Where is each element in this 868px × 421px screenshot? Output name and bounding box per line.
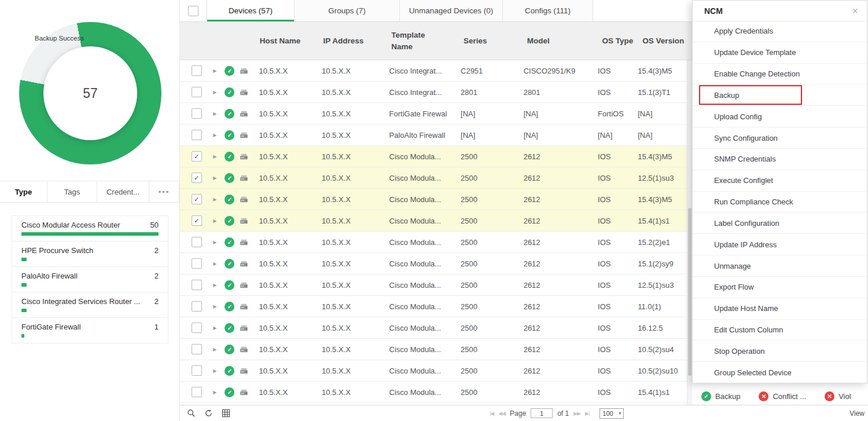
expand-arrow-icon[interactable]: ▶ [213,197,216,202]
row-checkbox[interactable] [192,130,202,140]
row-checkbox[interactable]: ✓ [192,173,202,183]
expand-arrow-icon[interactable]: ▶ [213,368,216,374]
type-list-item[interactable]: PaloAlto Firewall 2 [12,267,168,292]
expand-arrow-icon[interactable]: ▶ [213,304,216,309]
menu-item-label-configuration[interactable]: Label Configuration [693,213,867,234]
table-row[interactable]: ▶ ✓ 10.5.X.X 10.5.X.X Cisco Modula... 25… [180,360,687,382]
cell-host-name[interactable]: 10.5.X.X [251,281,314,290]
menu-item-upload-config[interactable]: Upload Config [693,106,867,127]
tab-configs-111[interactable]: Configs (111) [503,0,593,21]
menu-item-snmp-credentials[interactable]: SNMP Credentials [693,149,867,170]
expand-arrow-icon[interactable]: ▶ [213,90,216,95]
cell-host-name[interactable]: 10.5.X.X [251,345,314,354]
cell-host-name[interactable]: 10.5.X.X [251,238,314,247]
table-row[interactable]: ▶ ✓ 10.5.X.X 10.5.X.X PaloAlto Firewall … [180,125,687,146]
next-page-button[interactable]: ▶▶ [573,411,580,416]
table-row[interactable]: ▶ ✓ 10.5.X.X 10.5.X.X Cisco Modula... 25… [180,274,687,296]
table-row[interactable]: ▶ ✓ 10.5.X.X 10.5.X.X FortiGate Firewal … [180,103,687,125]
expand-arrow-icon[interactable]: ▶ [213,240,216,245]
row-checkbox[interactable] [192,258,202,269]
refresh-icon[interactable] [204,409,213,418]
cell-host-name[interactable]: 10.5.X.X [251,67,314,75]
cell-host-name[interactable]: 10.5.X.X [251,324,314,332]
cell-host-name[interactable]: 10.5.X.X [251,109,314,118]
row-checkbox[interactable] [192,280,202,290]
menu-item-update-ip-address[interactable]: Update IP Address [693,234,867,255]
cell-host-name[interactable]: 10.5.X.X [251,302,314,311]
menu-item-enable-change-detection[interactable]: Enable Change Detection [693,64,867,85]
tab-groups-7[interactable]: Groups (7) [295,0,400,21]
expand-arrow-icon[interactable]: ▶ [213,390,216,395]
menu-item-export-flow[interactable]: Export Flow [693,277,867,298]
expand-arrow-icon[interactable]: ▶ [213,261,216,266]
type-list-item[interactable]: FortiGate Firewall 1 [12,318,168,343]
page-number-input[interactable] [531,408,553,418]
left-tab-tags[interactable]: Tags [47,181,97,202]
row-checkbox[interactable] [192,87,202,97]
left-tab-more[interactable]: ••• [149,181,179,202]
row-checkbox[interactable]: ✓ [192,194,202,204]
type-list-item[interactable]: HPE Procurve Switch 2 [12,241,168,267]
expand-arrow-icon[interactable]: ▶ [213,218,216,224]
last-page-button[interactable]: ▶| [585,411,589,416]
expand-arrow-icon[interactable]: ▶ [213,68,216,74]
left-tab-type[interactable]: Type [0,181,47,202]
cell-host-name[interactable]: 10.5.X.X [251,88,314,97]
row-checkbox[interactable] [192,323,202,333]
menu-item-stop-operation[interactable]: Stop Operation [693,341,867,362]
row-checkbox[interactable] [192,237,202,247]
type-list-item[interactable]: Cisco Integrated Services Router ... 2 [12,292,168,318]
prev-page-button[interactable]: ◀◀ [498,411,505,416]
tab-unmanaged-devices-0[interactable]: Unmanaged Devices (0) [400,0,503,21]
row-checkbox[interactable] [192,365,202,376]
table-row[interactable]: ▶ ✓ 10.5.X.X 10.5.X.X Cisco Integrat... … [180,60,687,82]
row-checkbox[interactable] [192,65,202,76]
grid-icon[interactable] [222,409,230,418]
menu-item-edit-custom-column[interactable]: Edit Custom Column [693,320,867,341]
expand-arrow-icon[interactable]: ▶ [213,325,216,331]
table-row[interactable]: ✓ ▶ ✓ 10.5.X.X 10.5.X.X Cisco Modula... … [180,210,687,232]
col-header-series[interactable]: Series [455,36,519,45]
table-row[interactable]: ▶ ✓ 10.5.X.X 10.5.X.X Cisco Modula... 25… [180,232,687,253]
table-row[interactable]: ✓ ▶ ✓ 10.5.X.X 10.5.X.X Cisco Modula... … [180,189,687,210]
type-list-item[interactable]: Cisco Modular Access Router 50 [12,216,168,241]
cell-host-name[interactable]: 10.5.X.X [251,388,314,397]
cell-host-name[interactable]: 10.5.X.X [251,367,314,375]
col-header-host-name[interactable]: Host Name [252,36,315,45]
menu-item-execute-configlet[interactable]: Execute Configlet [693,170,867,192]
col-header-os-version[interactable]: OS Version [634,36,692,45]
col-header-ip-address[interactable]: IP Address [315,36,383,45]
cell-host-name[interactable]: 10.5.X.X [251,174,314,182]
expand-arrow-icon[interactable]: ▶ [213,283,216,288]
table-row[interactable]: ✓ ▶ ✓ 10.5.X.X 10.5.X.X Cisco Modula... … [180,146,687,167]
menu-item-sync-configuration[interactable]: Sync Configuration [693,127,867,149]
menu-item-unmanage[interactable]: Unmanage [693,255,867,277]
table-row[interactable]: ▶ ✓ 10.5.X.X 10.5.X.X Cisco Modula... 25… [180,382,687,403]
row-checkbox[interactable] [192,387,202,397]
row-checkbox[interactable] [192,344,202,354]
select-all-checkbox[interactable] [188,6,198,16]
table-row[interactable]: ✓ ▶ ✓ 10.5.X.X 10.5.X.X Cisco Modula... … [180,167,687,189]
col-header-model[interactable]: Model [519,36,594,45]
cell-host-name[interactable]: 10.5.X.X [251,195,314,204]
table-row[interactable]: ▶ ✓ 10.5.X.X 10.5.X.X Cisco Modula... 25… [180,296,687,317]
cell-host-name[interactable]: 10.5.X.X [251,259,314,268]
cell-host-name[interactable]: 10.5.X.X [251,131,314,140]
close-icon[interactable]: × [852,6,858,16]
cell-host-name[interactable]: 10.5.X.X [251,152,314,161]
table-row[interactable]: ▶ ✓ 10.5.X.X 10.5.X.X Cisco Integrat... … [180,82,687,103]
menu-item-update-device-template[interactable]: Update Device Template [693,42,867,64]
menu-item-group-selected-device[interactable]: Group Selected Device [693,362,867,383]
row-checkbox[interactable]: ✓ [192,215,202,226]
tab-devices-57[interactable]: Devices (57) [207,0,295,21]
menu-item-backup[interactable]: Backup [693,85,867,106]
menu-item-update-host-name[interactable]: Update Host Name [693,298,867,320]
table-scrollbar[interactable] [687,60,692,405]
menu-item-run-compliance-check[interactable]: Run Compliance Check [693,192,867,213]
row-checkbox[interactable] [192,108,202,119]
expand-arrow-icon[interactable]: ▶ [213,347,216,352]
expand-arrow-icon[interactable]: ▶ [213,175,216,181]
scrollbar-thumb[interactable] [688,208,692,376]
page-size-select[interactable]: 100 ▾ [599,408,624,419]
expand-arrow-icon[interactable]: ▶ [213,133,216,138]
